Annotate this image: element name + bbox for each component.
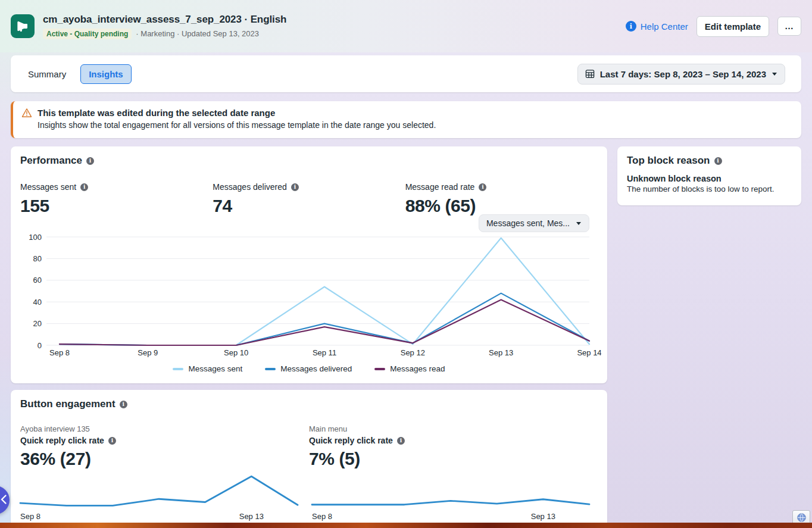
x-tick-label: Sep 12 <box>401 348 425 357</box>
legend-swatch <box>173 368 183 370</box>
help-center-link[interactable]: Help Center <box>626 21 688 32</box>
chat-fab-button[interactable] <box>0 486 10 514</box>
legend-swatch <box>374 368 385 370</box>
y-tick-label: 40 <box>33 298 42 307</box>
y-tick-label: 60 <box>33 276 42 285</box>
legend-label: Messages read <box>390 364 445 373</box>
tab-bar: Summary Insights Last 7 days: Sep 8, 202… <box>11 55 801 92</box>
metric-label: Quick reply click rate <box>20 436 104 445</box>
legend-item: Messages delivered <box>265 364 352 373</box>
chevron-down-icon <box>772 72 777 76</box>
button-engagement-title: Button engagement <box>20 398 115 410</box>
header-text: cm_ayoba_interview_assess_7_sep_2023 · E… <box>43 14 286 39</box>
performance-chart-svg: 020406080100Sep 8Sep 9Sep 10Sep 11Sep 12… <box>20 232 601 361</box>
legend-label: Messages delivered <box>280 364 352 373</box>
metric-messages-sent: Messages sent 155 <box>20 182 213 216</box>
x-tick-label: Sep 10 <box>224 348 248 357</box>
info-icon[interactable] <box>397 437 405 445</box>
chart-legend: Messages sentMessages deliveredMessages … <box>11 364 607 373</box>
tab-insights[interactable]: Insights <box>80 64 132 84</box>
info-icon[interactable] <box>108 437 116 445</box>
template-meta: · Marketing · Updated Sep 13, 2023 <box>136 29 259 38</box>
block-reason-description: The number of blocks is too low to repor… <box>627 185 792 193</box>
globe-icon <box>797 513 807 523</box>
metric-value: 7% (5) <box>309 449 598 469</box>
info-icon[interactable] <box>80 183 88 191</box>
x-tick-label: Sep 13 <box>531 512 555 521</box>
help-center-label: Help Center <box>641 21 688 32</box>
metric-value: 36% (27) <box>20 449 309 469</box>
info-circle-icon <box>626 21 636 32</box>
chart-series-dropdown-label: Messages sent, Mes... <box>486 218 570 228</box>
warning-title: This template was edited during the sele… <box>38 108 275 118</box>
legend-item: Messages read <box>374 364 445 373</box>
more-options-button[interactable]: … <box>777 17 801 36</box>
y-tick-label: 0 <box>38 341 42 350</box>
megaphone-icon <box>11 14 35 38</box>
legend-swatch <box>265 368 276 370</box>
series-line-quick-reply-clicks <box>312 499 589 505</box>
calendar-grid-icon <box>585 69 595 79</box>
tab-summary[interactable]: Summary <box>27 64 67 84</box>
button-engagement-card: Button engagement Ayoba interview 135 Qu… <box>11 390 607 528</box>
page-title: cm_ayoba_interview_assess_7_sep_2023 · E… <box>43 14 286 26</box>
button-name: Main menu <box>309 424 598 433</box>
main-menu-sparkline-chart-svg: Sep 8Sep 13 <box>306 467 598 522</box>
x-tick-label: Sep 8 <box>49 348 70 357</box>
date-range-selector[interactable]: Last 7 days: Sep 8, 2023 – Sep 14, 2023 <box>577 64 785 85</box>
metric-label: Messages sent <box>20 182 76 192</box>
metric-message-read-rate: Message read rate 88% (65) <box>405 182 598 216</box>
app-header: cm_ayoba_interview_assess_7_sep_2023 · E… <box>0 0 812 52</box>
x-tick-label: Sep 13 <box>239 512 264 521</box>
top-block-reason-title: Top block reason <box>627 155 710 167</box>
edit-template-button[interactable]: Edit template <box>697 16 769 37</box>
metric-messages-delivered: Messages delivered 74 <box>213 182 405 216</box>
x-tick-label: Sep 14 <box>577 348 601 357</box>
series-line-messages-read <box>60 300 589 345</box>
y-tick-label: 100 <box>29 233 42 242</box>
status-badge: Active - Quality pending <box>43 29 132 39</box>
warning-body: Insights show the total engagement for a… <box>38 120 792 130</box>
performance-title: Performance <box>20 155 82 167</box>
block-reason-name: Unknown block reason <box>627 174 792 183</box>
info-icon[interactable] <box>714 157 722 165</box>
date-range-label: Last 7 days: Sep 8, 2023 – Sep 14, 2023 <box>600 69 766 79</box>
info-icon[interactable] <box>479 183 486 191</box>
legend-label: Messages sent <box>188 364 242 373</box>
chevron-down-icon <box>576 221 582 226</box>
warning-banner: This template was edited during the sele… <box>11 101 801 138</box>
x-tick-label: Sep 11 <box>313 348 336 357</box>
metric-value: 155 <box>20 196 213 216</box>
x-tick-label: Sep 8 <box>20 512 40 521</box>
metric-value: 88% (65) <box>405 196 598 216</box>
performance-chart: 020406080100Sep 8Sep 9Sep 10Sep 11Sep 12… <box>20 232 601 363</box>
metric-value: 74 <box>213 196 405 216</box>
series-line-messages-sent <box>60 238 589 345</box>
y-tick-label: 20 <box>33 319 42 328</box>
button-ayoba-interview-metric: Ayoba interview 135 Quick reply click ra… <box>20 424 309 469</box>
info-icon[interactable] <box>86 157 94 165</box>
ayoba-interview-sparkline-chart: Sep 8Sep 13 <box>17 467 307 524</box>
x-tick-label: Sep 9 <box>138 348 158 357</box>
chevron-left-icon <box>1 495 7 504</box>
x-tick-label: Sep 8 <box>312 512 332 521</box>
button-main-menu-metric: Main menu Quick reply click rate 7% (5) <box>309 424 598 469</box>
ayoba-interview-sparkline-chart-svg: Sep 8Sep 13 <box>17 467 307 522</box>
metric-label: Quick reply click rate <box>309 436 393 445</box>
top-block-reason-card: Top block reason Unknown block reason Th… <box>617 146 801 205</box>
x-tick-label: Sep 13 <box>489 348 513 357</box>
performance-card: Performance Messages sent 155 Messages d… <box>11 146 607 383</box>
series-line-messages-delivered <box>60 293 589 345</box>
button-name: Ayoba interview 135 <box>20 424 309 433</box>
metric-label: Message read rate <box>405 182 475 192</box>
warning-triangle-icon <box>21 108 32 118</box>
series-line-quick-reply-clicks <box>20 476 298 505</box>
info-icon[interactable] <box>120 401 127 408</box>
chart-series-dropdown[interactable]: Messages sent, Mes... <box>479 214 589 232</box>
main-menu-sparkline-chart: Sep 8Sep 13 <box>306 467 598 524</box>
legend-item: Messages sent <box>173 364 242 373</box>
metric-label: Messages delivered <box>213 182 287 192</box>
y-tick-label: 80 <box>33 254 42 263</box>
info-icon[interactable] <box>291 183 299 191</box>
desktop-wallpaper-strip <box>0 523 812 528</box>
